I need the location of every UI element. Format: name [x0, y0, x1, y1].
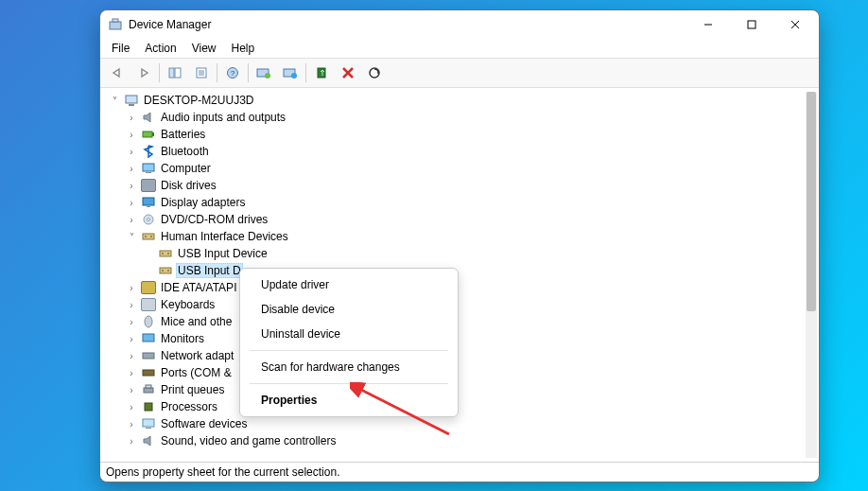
computer-icon: [124, 93, 139, 108]
back-button[interactable]: [105, 61, 130, 84]
ctx-separator: [250, 350, 448, 351]
scrollbar-thumb[interactable]: [807, 92, 816, 311]
svg-point-41: [145, 316, 152, 327]
computer-icon: [141, 161, 156, 176]
tree-root[interactable]: ˅ DESKTOP-M2UUJ3D: [104, 92, 804, 109]
network-icon: [141, 348, 156, 363]
svg-point-31: [148, 219, 150, 221]
svg-rect-0: [110, 22, 121, 29]
svg-rect-42: [143, 334, 154, 342]
svg-rect-29: [147, 206, 150, 207]
expand-icon[interactable]: ›: [125, 111, 138, 124]
battery-icon: [141, 127, 156, 142]
expand-icon[interactable]: ›: [125, 213, 138, 226]
expand-icon[interactable]: ›: [125, 400, 138, 413]
context-menu: Update driver Disable device Uninstall d…: [239, 268, 459, 417]
display-icon: [141, 195, 156, 210]
maximize-button[interactable]: [730, 10, 773, 39]
tree-leaf[interactable]: USB Input Device: [104, 245, 804, 262]
expand-icon[interactable]: ›: [125, 298, 138, 311]
software-icon: [141, 416, 156, 431]
ctx-update-driver[interactable]: Update driver: [240, 272, 458, 297]
ide-icon: [141, 280, 156, 295]
collapse-icon[interactable]: ˅: [125, 230, 138, 243]
tree-node[interactable]: ›Batteries: [104, 126, 804, 143]
properties-button[interactable]: [189, 61, 214, 84]
forward-button[interactable]: [131, 61, 156, 84]
svg-rect-6: [169, 68, 174, 78]
tree-node[interactable]: ›Software devices: [104, 415, 804, 432]
tree-node[interactable]: ›Sound, video and game controllers: [104, 432, 804, 449]
expand-icon[interactable]: ›: [125, 281, 138, 294]
update-driver-button[interactable]: [252, 61, 276, 84]
expand-icon[interactable]: ›: [125, 417, 138, 430]
tree-node[interactable]: ›Bluetooth: [104, 143, 804, 160]
tree-node[interactable]: ›Computer: [104, 160, 804, 177]
expand-icon[interactable]: ›: [125, 179, 138, 192]
expand-icon[interactable]: ›: [125, 434, 138, 447]
vertical-scrollbar[interactable]: [806, 92, 817, 458]
svg-point-37: [167, 253, 169, 254]
expand-icon[interactable]: ›: [125, 162, 138, 175]
expand-icon[interactable]: ›: [125, 383, 138, 396]
keyboard-icon: [141, 297, 156, 312]
menu-file[interactable]: File: [104, 40, 137, 57]
expand-icon[interactable]: ›: [125, 145, 138, 158]
expand-icon[interactable]: ›: [125, 332, 138, 345]
svg-rect-48: [145, 403, 152, 411]
ctx-disable-device[interactable]: Disable device: [240, 297, 458, 322]
ctx-uninstall-device[interactable]: Uninstall device: [240, 322, 458, 346]
menu-view[interactable]: View: [184, 40, 224, 57]
show-hide-tree-button[interactable]: [163, 61, 187, 84]
menu-help[interactable]: Help: [224, 40, 263, 57]
device-manager-window: Device Manager File Action View Help ?: [99, 9, 820, 482]
tree-node[interactable]: ›Display adapters: [104, 194, 804, 211]
disk-icon: [141, 178, 156, 193]
collapse-icon[interactable]: ˅: [108, 94, 121, 107]
app-icon: [108, 17, 123, 32]
expand-icon[interactable]: ›: [125, 349, 138, 362]
remove-button[interactable]: [336, 61, 360, 84]
svg-rect-3: [748, 21, 755, 28]
ctx-separator: [250, 383, 448, 384]
svg-point-44: [151, 355, 153, 357]
svg-rect-26: [143, 164, 154, 171]
ctx-scan-hardware[interactable]: Scan for hardware changes: [240, 355, 458, 379]
enable-device-button[interactable]: [278, 61, 303, 84]
toolbar: ?: [100, 58, 819, 88]
svg-rect-27: [146, 172, 151, 173]
hid-icon: [158, 263, 173, 278]
window-title: Device Manager: [129, 18, 686, 31]
expand-icon[interactable]: ›: [125, 196, 138, 209]
tree-node[interactable]: ›Disk drives: [104, 177, 804, 194]
svg-rect-50: [146, 428, 151, 429]
svg-point-36: [162, 253, 164, 254]
svg-rect-24: [143, 132, 152, 137]
tree-node[interactable]: ˅Human Interface Devices: [104, 228, 804, 245]
minimize-button[interactable]: [686, 10, 730, 39]
svg-text:?: ?: [231, 69, 235, 78]
ports-icon: [141, 365, 156, 380]
tree-pane: ˅ DESKTOP-M2UUJ3D ›Audio inputs and outp…: [100, 88, 819, 462]
expand-icon[interactable]: ›: [125, 128, 138, 141]
expand-icon[interactable]: ›: [125, 315, 138, 328]
titlebar[interactable]: Device Manager: [100, 10, 819, 39]
svg-rect-28: [143, 198, 154, 205]
menu-action[interactable]: Action: [137, 40, 183, 57]
svg-rect-38: [160, 268, 171, 273]
uninstall-button[interactable]: [309, 61, 334, 84]
tree-node[interactable]: ›DVD/CD-ROM drives: [104, 211, 804, 228]
svg-rect-23: [129, 104, 134, 106]
printer-icon: [141, 382, 156, 397]
svg-rect-45: [143, 370, 154, 376]
monitor-icon: [141, 331, 156, 346]
help-button[interactable]: ?: [220, 61, 245, 84]
ctx-properties[interactable]: Properties: [240, 388, 458, 412]
scan-hardware-button[interactable]: [362, 61, 387, 84]
expand-icon[interactable]: ›: [125, 366, 138, 379]
svg-rect-49: [143, 419, 154, 427]
tree-node[interactable]: ›Audio inputs and outputs: [104, 109, 804, 126]
processor-icon: [141, 399, 156, 414]
svg-rect-47: [146, 385, 151, 388]
close-button[interactable]: [773, 10, 817, 39]
